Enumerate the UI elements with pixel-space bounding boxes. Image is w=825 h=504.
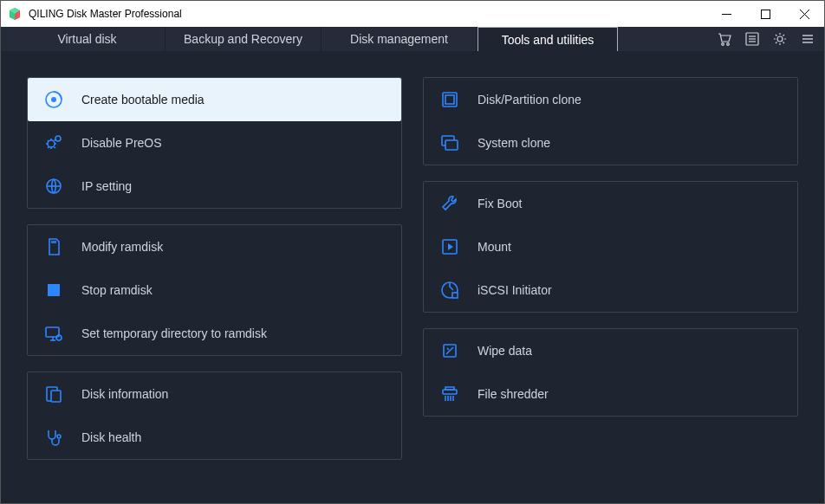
system-clone-icon	[439, 132, 460, 153]
wipe-icon	[439, 340, 460, 361]
tab-disk-management[interactable]: Disk management	[322, 27, 477, 51]
item-label: System clone	[477, 136, 550, 150]
item-label: Mount	[477, 240, 511, 254]
tab-tools-utilities[interactable]: Tools and utilities	[477, 27, 618, 51]
tool-group: Modify ramdiskStop ramdiskSet temporary …	[27, 224, 402, 356]
disable-preos[interactable]: Disable PreOS	[28, 121, 401, 165]
svg-rect-40	[452, 293, 458, 298]
ip-setting[interactable]: IP setting	[28, 165, 401, 208]
item-label: IP setting	[81, 179, 132, 193]
svg-point-7	[722, 43, 724, 46]
minimize-button[interactable]	[707, 1, 746, 27]
file-shredder[interactable]: File shredder	[424, 372, 797, 416]
tab-label: Virtual disk	[57, 32, 116, 46]
toolbar-icons	[717, 27, 824, 51]
iscsi-initiator[interactable]: iSCSI Initiator	[424, 268, 797, 312]
shredder-icon	[439, 384, 460, 404]
tab-bar: Virtual disk Backup and Recovery Disk ma…	[1, 27, 824, 51]
tool-group: Fix BootMountiSCSI Initiator	[423, 181, 798, 313]
modify-ramdisk[interactable]: Modify ramdisk	[28, 225, 401, 268]
menu-icon[interactable]	[800, 31, 815, 47]
item-label: Fix Boot	[477, 197, 522, 210]
close-button[interactable]	[785, 1, 824, 27]
tab-virtual-disk[interactable]: Virtual disk	[10, 27, 166, 51]
titlebar: QILING Disk Master Professional	[1, 1, 824, 27]
svg-rect-25	[48, 284, 60, 296]
stop-icon	[43, 280, 64, 300]
item-label: Stop ramdisk	[81, 283, 153, 297]
item-label: Wipe data	[477, 344, 532, 358]
tool-group: Create bootable mediaDisable PreOSIP set…	[27, 77, 402, 209]
svg-rect-4	[762, 10, 770, 18]
item-label: Modify ramdisk	[81, 240, 163, 254]
app-window: QILING Disk Master Professional Virtual …	[0, 0, 825, 504]
partition-icon	[439, 89, 460, 110]
item-label: Disk/Partition clone	[477, 93, 581, 107]
svg-rect-34	[445, 95, 454, 104]
item-label: Create bootable media	[81, 93, 205, 107]
svg-point-13	[777, 36, 783, 42]
tab-label: Backup and Recovery	[184, 32, 302, 46]
disk-health[interactable]: Disk health	[28, 416, 401, 459]
right-column: Disk/Partition cloneSystem cloneFix Boot…	[423, 77, 798, 477]
item-label: Set temporary directory to ramdisk	[81, 326, 267, 340]
wipe-data[interactable]: Wipe data	[424, 329, 797, 372]
create-bootable-media[interactable]: Create bootable media	[28, 78, 401, 121]
disk-partition-clone[interactable]: Disk/Partition clone	[424, 78, 797, 121]
svg-point-8	[727, 43, 730, 46]
svg-point-20	[55, 136, 61, 141]
disc-icon	[43, 89, 64, 110]
wrench-icon	[439, 193, 460, 214]
tab-label: Tools and utilities	[502, 33, 594, 47]
stethoscope-icon	[43, 427, 64, 448]
mount[interactable]: Mount	[424, 225, 797, 268]
sdcard-icon	[43, 236, 64, 257]
item-label: File shredder	[477, 387, 549, 401]
tab-backup-recovery[interactable]: Backup and Recovery	[166, 27, 322, 51]
gear-icon[interactable]	[772, 31, 788, 47]
content-area: Create bootable mediaDisable PreOSIP set…	[1, 51, 824, 503]
item-label: Disable PreOS	[81, 136, 162, 150]
cart-icon[interactable]	[717, 31, 732, 47]
item-label: Disk health	[81, 430, 141, 444]
svg-marker-38	[448, 243, 453, 250]
iscsi-icon	[439, 280, 460, 300]
item-label: Disk information	[81, 387, 168, 401]
system-clone[interactable]: System clone	[424, 121, 797, 165]
gears-icon	[43, 132, 64, 153]
svg-point-18	[51, 97, 56, 102]
app-logo-icon	[8, 7, 22, 21]
svg-rect-31	[51, 391, 61, 402]
globe-icon	[43, 176, 64, 197]
disk-info-icon	[43, 384, 64, 404]
tool-group: Disk/Partition cloneSystem clone	[423, 77, 798, 165]
play-box-icon	[439, 236, 460, 257]
set-temp-ramdisk[interactable]: Set temporary directory to ramdisk	[28, 312, 401, 355]
monitor-gear-icon	[43, 323, 64, 344]
tool-group: Wipe dataFile shredder	[423, 328, 798, 417]
list-icon[interactable]	[744, 31, 760, 47]
left-column: Create bootable mediaDisable PreOSIP set…	[27, 77, 402, 477]
svg-rect-36	[445, 140, 458, 150]
disk-information[interactable]: Disk information	[28, 372, 401, 416]
tab-label: Disk management	[350, 32, 448, 46]
svg-point-32	[57, 435, 61, 438]
maximize-button[interactable]	[746, 1, 785, 27]
item-label: iSCSI Initiator	[477, 283, 552, 297]
stop-ramdisk[interactable]: Stop ramdisk	[28, 268, 401, 312]
tool-group: Disk informationDisk health	[27, 372, 402, 460]
window-title: QILING Disk Master Professional	[29, 8, 182, 20]
fix-boot[interactable]: Fix Boot	[424, 182, 797, 225]
